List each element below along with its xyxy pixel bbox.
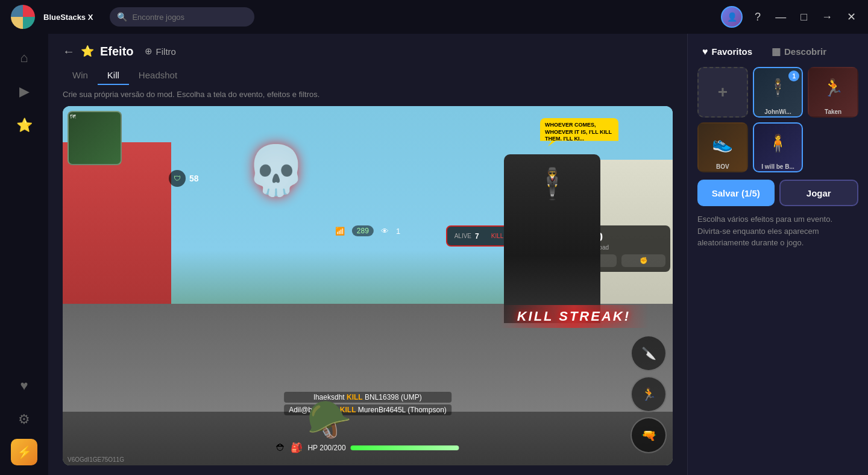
bag-icon: 🎒 <box>291 442 303 453</box>
hud-top-center: 📶 289 👁 1 <box>335 225 400 236</box>
char-emoji: 🕴 <box>504 154 600 201</box>
discover-icon: ▦ <box>772 46 781 57</box>
sidebar-item-library[interactable]: ▶ <box>10 77 39 106</box>
play-button[interactable]: Jogar <box>779 180 859 206</box>
search-input[interactable] <box>132 13 247 22</box>
effect-card-taken[interactable]: 🏃 Taken <box>808 67 858 118</box>
effects-grid: + 🕴 JohnWi... 1 🏃 Taken <box>697 67 858 172</box>
taken-image: 🏃 <box>809 68 857 107</box>
hud-shield-icon: 🛡 <box>169 170 186 187</box>
favorites-label: Favoritos <box>712 46 753 57</box>
wifi-icon: 📶 <box>335 227 345 236</box>
bov-image: 👟 <box>699 124 747 163</box>
effect-add-card[interactable]: + <box>697 67 748 118</box>
bluestacks-bottom-logo: ⚡ <box>11 439 37 465</box>
sidebar-item-settings[interactable]: ⚙ <box>10 405 39 434</box>
filter-label: Filtro <box>156 46 176 57</box>
eye-icon: 👁 <box>381 227 389 236</box>
tab-headshot[interactable]: Headshot <box>129 66 187 85</box>
bov-inner: 👟 BOV <box>699 124 747 172</box>
game-building-left <box>63 142 171 322</box>
discover-label: Descobrir <box>784 46 826 57</box>
logo-circle <box>11 5 35 29</box>
bov-label: BOV <box>714 162 732 171</box>
search-bar[interactable]: 🔍 <box>110 7 254 27</box>
tab-discover[interactable]: ▦ Descobrir <box>767 43 831 60</box>
panel-description: Escolha vários efeitos para um evento. D… <box>697 213 858 249</box>
search-icon: 🔍 <box>117 12 127 22</box>
game-character: WHOEVER COMES, WHOEVER IT IS, I'LL KILL … <box>492 154 612 365</box>
hud-shield-value: 58 <box>189 174 199 183</box>
game-ground <box>63 412 673 465</box>
right-panel-tabs: ♥ Favoritos ▦ Descobrir <box>697 43 858 60</box>
hud-shield-area: 🛡 58 <box>169 170 199 187</box>
player-character: 🪖 <box>307 398 352 441</box>
hp-bar-fill <box>351 445 459 450</box>
action-buttons: Salvar (1/5) Jogar <box>697 180 858 206</box>
app-name: BlueStacks X <box>43 13 93 22</box>
hud-alive-stat: ALIVE 7 <box>454 232 479 241</box>
sidebar-item-effects[interactable]: ⭐ <box>10 111 39 140</box>
hud-ping: 289 <box>352 225 374 236</box>
tab-kill[interactable]: Kill <box>98 66 129 85</box>
game-preview: 🗺 🛡 58 📶 289 👁 1 19/30 Quick Rel <box>63 106 673 465</box>
right-panel: ♥ Favoritos ▦ Descobrir + 🕴 JohnWi... <box>687 34 868 475</box>
titlebar-controls: 👤 ? — □ → ✕ <box>721 6 858 28</box>
tab-favorites[interactable]: ♥ Favoritos <box>697 44 757 60</box>
effect-card-johnwick[interactable]: 🕴 JohnWi... 1 <box>753 67 804 118</box>
user-avatar[interactable]: 👤 <box>721 6 743 28</box>
kill-streak-banner: KILL STREAK! <box>499 305 649 328</box>
iwillbe-label: I will be B... <box>759 162 796 171</box>
taken-inner: 🏃 Taken <box>809 68 857 116</box>
account-icon[interactable]: → <box>819 8 835 26</box>
game-canvas: 🗺 🛡 58 📶 289 👁 1 19/30 Quick Rel <box>63 106 673 465</box>
view-count: 1 <box>396 227 400 236</box>
tabs-row: Win Kill Headshot <box>63 66 673 85</box>
helmet-icon: ⛑ <box>276 442 286 453</box>
sidebar-item-home[interactable]: ⌂ <box>10 43 39 72</box>
main-layout: ⌂ ▶ ⭐ ♥ ⚙ ⚡ ← ⭐ Efeito ⊕ Filtro Win Kill… <box>0 34 868 475</box>
close-icon[interactable]: ✕ <box>844 8 858 26</box>
run-button: 🏃 <box>631 376 667 412</box>
char-body: WHOEVER COMES, WHOEVER IT IS, I'LL KILL … <box>504 154 600 323</box>
app-logo <box>10 4 36 30</box>
add-card-inner: + <box>699 68 747 116</box>
prone-button: 🔫 <box>631 417 667 453</box>
iwillbe-inner: 🧍 I will be B... <box>754 124 802 172</box>
attack-button: 🔪 <box>631 335 667 371</box>
alive-label: ALIVE <box>454 233 471 239</box>
content-area: ← ⭐ Efeito ⊕ Filtro Win Kill Headshot Cr… <box>48 34 687 475</box>
subtitle: Crie sua própria versão do mod. Escolha … <box>63 90 673 99</box>
add-icon: + <box>718 83 728 102</box>
save-button[interactable]: Salvar (1/5) <box>697 180 775 206</box>
title-bar: BlueStacks X 🔍 👤 ? — □ → ✕ <box>0 0 868 34</box>
favorites-icon: ♥ <box>702 46 708 57</box>
filter-button[interactable]: ⊕ Filtro <box>140 43 181 59</box>
page-title-icon: ⭐ <box>81 45 94 58</box>
hp-text: HP 200/200 <box>307 444 345 452</box>
breadcrumb: ← ⭐ Efeito ⊕ Filtro <box>63 43 673 59</box>
game-controls: 🔪 🏃 🔫 <box>631 335 667 453</box>
help-icon[interactable]: ? <box>752 8 763 26</box>
effect-card-bov[interactable]: 👟 BOV <box>697 122 748 173</box>
maximize-icon[interactable]: □ <box>798 8 810 26</box>
back-button[interactable]: ← <box>63 45 75 58</box>
hp-bar-area: ⛑ 🎒 HP 200/200 <box>276 442 459 453</box>
game-id-text: V6OGdI1GE75O11G <box>68 456 124 463</box>
mini-map: 🗺 <box>68 111 122 165</box>
alive-value: 7 <box>475 232 479 241</box>
johnwick-label: JohnWi... <box>762 107 793 116</box>
iwillbe-image: 🧍 <box>754 124 802 163</box>
filter-icon: ⊕ <box>145 46 153 57</box>
tab-win[interactable]: Win <box>63 66 98 85</box>
weapon-secondary: ✊ <box>621 254 665 267</box>
content-header: ← ⭐ Efeito ⊕ Filtro Win Kill Headshot Cr… <box>48 34 687 106</box>
taken-label: Taken <box>822 107 844 116</box>
sidebar-item-favorites[interactable]: ♥ <box>10 371 39 400</box>
minimize-icon[interactable]: — <box>773 8 788 26</box>
skull-effect: 💀 <box>246 142 306 199</box>
effect-card-iwillbe[interactable]: 🧍 I will be B... <box>753 122 804 173</box>
hp-bar-bg <box>351 445 459 450</box>
page-title: Efeito <box>100 45 134 58</box>
sidebar: ⌂ ▶ ⭐ ♥ ⚙ ⚡ <box>0 34 48 475</box>
